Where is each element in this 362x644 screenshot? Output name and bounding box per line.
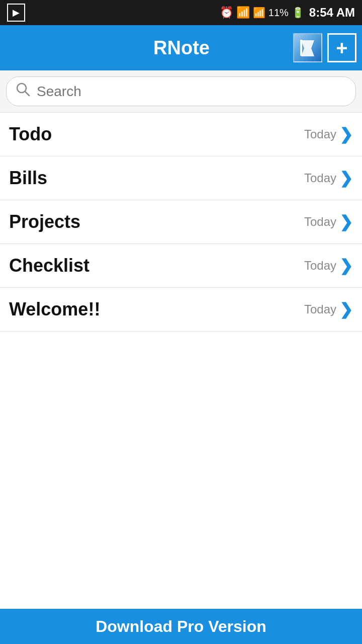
signal-icon: 📶	[253, 7, 265, 19]
wifi-icon: 📶	[236, 6, 250, 19]
app-title: RNote	[70, 37, 293, 59]
chevron-right-icon: ❯	[339, 256, 353, 275]
status-time: 8:54 AM	[309, 6, 355, 20]
chevron-right-icon: ❯	[339, 212, 353, 231]
battery-percent: 11%	[268, 7, 289, 19]
note-meta: Today❯	[304, 125, 353, 144]
svg-rect-1	[300, 40, 302, 56]
status-bar-left: ▶	[7, 4, 25, 22]
note-title: Checklist	[9, 255, 89, 276]
note-date: Today	[304, 259, 336, 273]
note-date: Today	[304, 215, 336, 229]
note-list: TodoToday❯BillsToday❯ProjectsToday❯Check…	[0, 113, 362, 332]
add-note-button[interactable]: +	[327, 33, 357, 63]
status-bar-right: ⏰ 📶 📶 11% 🔋 8:54 AM	[220, 6, 355, 20]
list-item[interactable]: TodoToday❯	[0, 113, 362, 156]
note-date: Today	[304, 171, 336, 185]
add-icon: +	[327, 33, 356, 62]
search-container	[0, 70, 362, 113]
app-bar: RNote +	[0, 25, 362, 70]
flag-icon	[293, 33, 322, 62]
flag-svg	[298, 38, 317, 57]
status-bar: ▶ ⏰ 📶 📶 11% 🔋 8:54 AM	[0, 0, 362, 25]
flag-button[interactable]	[293, 33, 323, 63]
alarm-icon: ⏰	[220, 6, 233, 19]
note-meta: Today❯	[304, 169, 353, 188]
chevron-right-icon: ❯	[339, 300, 353, 319]
download-pro-banner[interactable]: Download Pro Version	[0, 609, 362, 644]
play-icon: ▶	[7, 4, 25, 22]
note-date: Today	[304, 302, 336, 316]
note-date: Today	[304, 127, 336, 141]
search-wrapper	[6, 76, 356, 106]
svg-line-3	[25, 92, 29, 96]
note-title: Welcome!!	[9, 299, 100, 320]
app-bar-icons: +	[293, 33, 357, 63]
list-item[interactable]: BillsToday❯	[0, 156, 362, 200]
note-title: Projects	[9, 211, 80, 232]
list-item[interactable]: ChecklistToday❯	[0, 244, 362, 288]
download-pro-label: Download Pro Version	[96, 617, 266, 636]
battery-icon: 🔋	[292, 7, 304, 19]
svg-marker-0	[301, 40, 314, 56]
note-meta: Today❯	[304, 212, 353, 231]
search-icon	[16, 82, 31, 101]
note-meta: Today❯	[304, 256, 353, 275]
chevron-right-icon: ❯	[339, 169, 353, 188]
search-input[interactable]	[37, 84, 346, 100]
list-item[interactable]: Welcome!!Today❯	[0, 288, 362, 332]
note-meta: Today❯	[304, 300, 353, 319]
list-item[interactable]: ProjectsToday❯	[0, 200, 362, 244]
note-title: Bills	[9, 168, 47, 189]
note-title: Todo	[9, 124, 52, 145]
chevron-right-icon: ❯	[339, 125, 353, 144]
